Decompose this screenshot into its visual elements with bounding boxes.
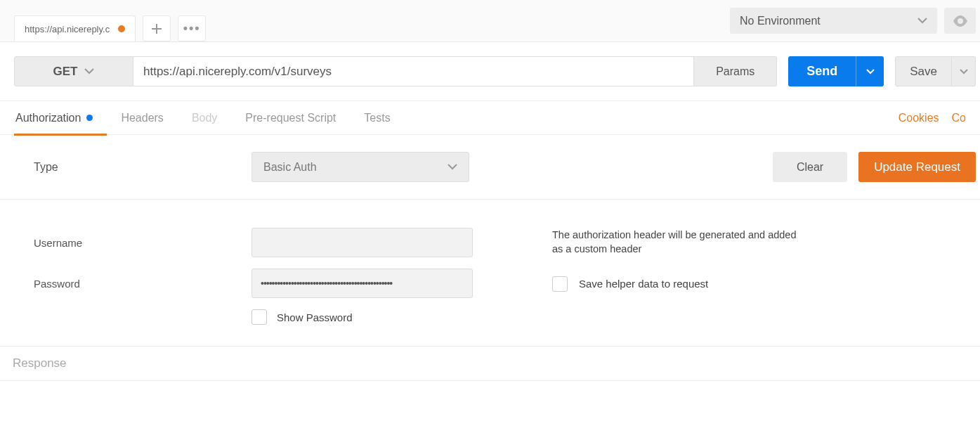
show-password-label: Show Password	[277, 311, 353, 323]
request-tab-active[interactable]: https://api.nicereply.c	[14, 15, 136, 41]
clear-button[interactable]: Clear	[773, 152, 847, 182]
new-tab-button[interactable]	[143, 15, 171, 41]
chevron-down-icon	[960, 69, 968, 75]
username-row: Username	[34, 228, 511, 257]
environment-preview-button[interactable]	[944, 8, 976, 34]
unsaved-dot-icon	[118, 25, 125, 32]
auth-type-selected: Basic Auth	[263, 161, 317, 174]
tab-headers[interactable]: Headers	[107, 101, 177, 135]
environment-selected-label: No Environment	[740, 15, 821, 27]
save-helper-checkbox[interactable]	[552, 276, 568, 292]
save-dropdown-button[interactable]	[952, 56, 976, 86]
auth-type-label: Type	[34, 161, 251, 174]
save-helper-row: Save helper data to request	[552, 276, 976, 292]
chevron-down-icon	[917, 18, 927, 24]
auth-info-column: The authorization header will be generat…	[511, 228, 976, 325]
request-url-input[interactable]	[133, 56, 694, 86]
auth-fields-column: Username Password Show Password	[34, 228, 511, 325]
chevron-down-icon	[84, 68, 94, 75]
eye-icon	[953, 15, 968, 27]
show-password-checkbox[interactable]	[251, 309, 267, 325]
http-method-select[interactable]: GET	[14, 56, 133, 86]
password-input[interactable]	[251, 269, 473, 298]
auth-actions: Clear Update Request	[773, 152, 976, 182]
request-subtabs-row: Authorization Headers Body Pre-request S…	[0, 101, 980, 135]
cookies-link[interactable]: Cookies	[899, 112, 939, 124]
tab-authorization[interactable]: Authorization	[14, 101, 107, 135]
auth-type-select[interactable]: Basic Auth	[251, 152, 469, 182]
environment-select[interactable]: No Environment	[730, 8, 937, 34]
request-builder-row: GET Params Send Save	[0, 42, 980, 101]
chevron-down-icon	[447, 164, 457, 170]
send-button[interactable]: Send	[788, 56, 856, 86]
send-dropdown-button[interactable]	[856, 56, 884, 86]
plus-icon	[152, 24, 162, 34]
ellipsis-icon: •••	[183, 21, 201, 36]
request-right-links: Cookies Co	[899, 112, 966, 124]
save-helper-label: Save helper data to request	[579, 278, 708, 290]
save-button[interactable]: Save	[895, 56, 952, 86]
update-request-button[interactable]: Update Request	[858, 152, 976, 182]
show-password-row: Show Password	[251, 309, 511, 325]
password-row: Password	[34, 269, 511, 298]
tab-label: Authorization	[15, 112, 81, 124]
http-method-label: GET	[53, 65, 78, 79]
password-label: Password	[34, 278, 251, 290]
environment-area: No Environment	[730, 8, 980, 34]
code-link[interactable]: Co	[952, 112, 966, 124]
send-button-group: Send	[788, 56, 884, 86]
tab-pre-request-script[interactable]: Pre-request Script	[231, 101, 350, 135]
save-button-group: Save	[895, 56, 976, 86]
username-label: Username	[34, 237, 251, 249]
auth-info-text: The authorization header will be generat…	[552, 228, 805, 257]
response-title: Response	[13, 356, 67, 370]
modified-dot-icon	[86, 115, 93, 121]
params-button[interactable]: Params	[694, 56, 777, 86]
request-tabs-area: https://api.nicereply.c •••	[0, 0, 730, 41]
tab-tests[interactable]: Tests	[350, 101, 404, 135]
username-input[interactable]	[251, 228, 473, 257]
auth-type-row: Type Basic Auth Clear Update Request	[0, 135, 980, 200]
tab-body: Body	[178, 101, 231, 135]
auth-body: Username Password Show Password The auth…	[0, 200, 980, 347]
response-section-header: Response	[0, 347, 980, 381]
tab-overflow-button[interactable]: •••	[178, 15, 206, 41]
top-bar: https://api.nicereply.c ••• No Environme…	[0, 0, 980, 42]
tab-title: https://api.nicereply.c	[25, 24, 110, 34]
chevron-down-icon	[866, 69, 875, 75]
